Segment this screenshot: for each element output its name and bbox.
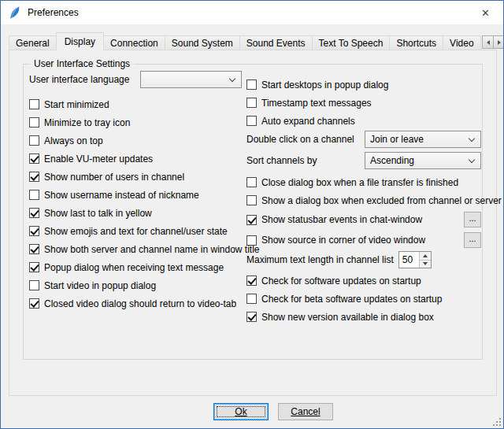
checkbox[interactable] xyxy=(246,276,257,286)
checkbox-row-window-title[interactable]: Show both server and channel name in win… xyxy=(29,240,242,258)
tab-connection[interactable]: Connection xyxy=(103,35,165,50)
close-icon[interactable]: ✕ xyxy=(468,1,503,24)
checkbox-row-timestamp[interactable]: Timestamp text messages xyxy=(246,94,481,112)
checkbox-label: Closed video dialog should return to vid… xyxy=(44,298,236,309)
language-label: User interface language xyxy=(29,74,129,85)
double-click-combobox[interactable]: Join or leave xyxy=(365,131,481,148)
checkbox-row-popup-text-message[interactable]: Popup dialog when receiving text message xyxy=(29,258,242,276)
app-feather-icon xyxy=(8,6,21,20)
checkbox-row-emojis[interactable]: Show emojis and text for channel/user st… xyxy=(29,222,242,240)
checkbox-label: Show username instead of nickname xyxy=(44,190,199,201)
checkbox[interactable] xyxy=(29,172,39,182)
spinner-buttons xyxy=(419,252,431,268)
checkbox-row-beta-updates[interactable]: Check for beta software updates on start… xyxy=(246,290,481,308)
tab-scroll-right-icon[interactable] xyxy=(493,35,504,49)
checkbox-label: Auto expand channels xyxy=(261,116,355,127)
max-text-length-spinner[interactable]: 50 xyxy=(398,251,432,268)
checkbox[interactable] xyxy=(29,117,39,128)
checkbox-row-software-updates[interactable]: Check for software updates on startup xyxy=(246,272,481,290)
checkbox-row-show-username[interactable]: Show username instead of nickname xyxy=(29,186,242,204)
checkbox[interactable] xyxy=(29,153,39,164)
checkbox[interactable] xyxy=(246,80,257,90)
checkbox-row-video-return-tab[interactable]: Closed video dialog should return to vid… xyxy=(29,294,242,313)
checkbox[interactable] xyxy=(29,262,39,272)
checkbox-row-last-to-talk[interactable]: Show last to talk in yellow xyxy=(29,204,242,222)
checkbox[interactable] xyxy=(246,294,257,304)
checkbox[interactable] xyxy=(29,190,39,200)
checkbox[interactable] xyxy=(29,280,39,290)
checkbox[interactable] xyxy=(246,312,257,322)
chevron-down-icon xyxy=(229,76,235,82)
checkbox-label: Minimize to tray icon xyxy=(44,117,130,128)
sort-channels-row: Sort channels by Ascending xyxy=(246,151,481,170)
checkbox-label: Show a dialog box when excluded from cha… xyxy=(261,195,502,206)
statusbar-events-row: Show statusbar events in chat-window ... xyxy=(246,209,481,230)
checkbox-label: Timestamp text messages xyxy=(261,98,372,109)
checkbox-row-video-popup[interactable]: Start video in popup dialog xyxy=(29,276,242,294)
checkbox-row-show-user-count[interactable]: Show number of users in channel xyxy=(29,168,242,186)
tab-general[interactable]: General xyxy=(9,35,57,50)
checkbox-label: Show both server and channel name in win… xyxy=(44,244,260,255)
checkbox-label: Show emojis and text for channel/user st… xyxy=(44,226,228,237)
checkbox[interactable] xyxy=(246,195,257,205)
checkbox[interactable] xyxy=(29,208,39,218)
checkbox-row-always-on-top[interactable]: Always on top xyxy=(29,131,242,150)
left-column: User interface language Start minimized … xyxy=(29,70,242,313)
double-click-row: Double click on a channel Join or leave xyxy=(246,130,481,149)
checkbox-label: Show new version available in dialog box xyxy=(261,312,434,323)
spin-down-icon[interactable] xyxy=(420,261,431,268)
preferences-dialog: Preferences ✕ General Display Connection… xyxy=(0,0,504,429)
checkbox-row-close-on-transfer[interactable]: Close dialog box when a file transfer is… xyxy=(246,173,481,191)
tab-video[interactable]: Video xyxy=(443,35,480,50)
checkbox[interactable] xyxy=(246,215,257,225)
tab-shortcuts[interactable]: Shortcuts xyxy=(389,35,443,50)
cancel-button-label: Cancel xyxy=(291,406,320,417)
checkbox-row-new-version-dialog[interactable]: Show new version available in dialog box xyxy=(246,308,481,326)
checkbox-row-vu-meter[interactable]: Enable VU-meter updates xyxy=(29,150,242,168)
checkbox[interactable] xyxy=(246,235,257,246)
chevron-down-icon xyxy=(469,157,475,163)
checkbox-label: Enable VU-meter updates xyxy=(44,153,153,165)
checkbox[interactable] xyxy=(246,177,257,187)
checkbox[interactable] xyxy=(246,116,257,126)
double-click-value: Join or leave xyxy=(370,134,424,145)
checkbox[interactable] xyxy=(29,226,39,236)
tab-text-to-speech[interactable]: Text To Speech xyxy=(312,35,391,50)
sort-channels-value: Ascending xyxy=(370,155,414,166)
video-source-row: Show source in corner of video window ..… xyxy=(246,230,481,250)
checkbox-row-start-minimized[interactable]: Start minimized xyxy=(29,95,242,113)
video-source-more-button[interactable]: ... xyxy=(464,232,481,248)
checkbox-label: Popup dialog when receiving text message xyxy=(44,262,224,273)
checkbox-row-excluded-dialog[interactable]: Show a dialog box when excluded from cha… xyxy=(246,191,481,209)
language-combobox[interactable] xyxy=(140,71,242,88)
ok-button[interactable]: Ok xyxy=(213,403,269,420)
checkbox[interactable] xyxy=(246,98,257,108)
sort-channels-combobox[interactable]: Ascending xyxy=(365,152,481,169)
tab-sound-system[interactable]: Sound System xyxy=(165,35,240,50)
tab-scroll-left-icon[interactable] xyxy=(482,35,494,49)
checkbox[interactable] xyxy=(29,135,39,146)
statusbar-events-more-button[interactable]: ... xyxy=(464,212,481,227)
tab-scroller xyxy=(482,35,504,49)
tab-sound-events[interactable]: Sound Events xyxy=(239,35,313,50)
checkbox[interactable] xyxy=(29,298,39,309)
checkbox-label: Start desktops in popup dialog xyxy=(261,80,388,91)
checkbox-label: Show source in corner of video window xyxy=(261,235,425,246)
sort-channels-label: Sort channels by xyxy=(246,155,317,166)
cancel-button[interactable]: Cancel xyxy=(278,403,333,420)
checkbox-row-auto-expand[interactable]: Auto expand channels xyxy=(246,112,481,130)
checkbox-label: Show last to talk in yellow xyxy=(44,208,152,219)
spin-up-icon[interactable] xyxy=(420,252,431,261)
title-bar[interactable]: Preferences ✕ xyxy=(1,1,503,24)
checkbox-row-minimize-to-tray[interactable]: Minimize to tray icon xyxy=(29,113,242,131)
resize-grip[interactable] xyxy=(491,416,502,427)
ok-button-label: Ok xyxy=(235,406,246,417)
checkbox-label: Close dialog box when a file transfer is… xyxy=(261,177,458,188)
checkbox-row-desktops-popup[interactable]: Start desktops in popup dialog xyxy=(246,76,481,94)
checkbox-label: Show number of users in channel xyxy=(44,172,184,183)
checkbox[interactable] xyxy=(29,244,39,254)
group-title: User Interface Settings xyxy=(31,58,133,69)
checkbox-label: Start minimized xyxy=(44,99,109,110)
tab-display[interactable]: Display xyxy=(56,32,104,50)
checkbox[interactable] xyxy=(29,99,39,109)
